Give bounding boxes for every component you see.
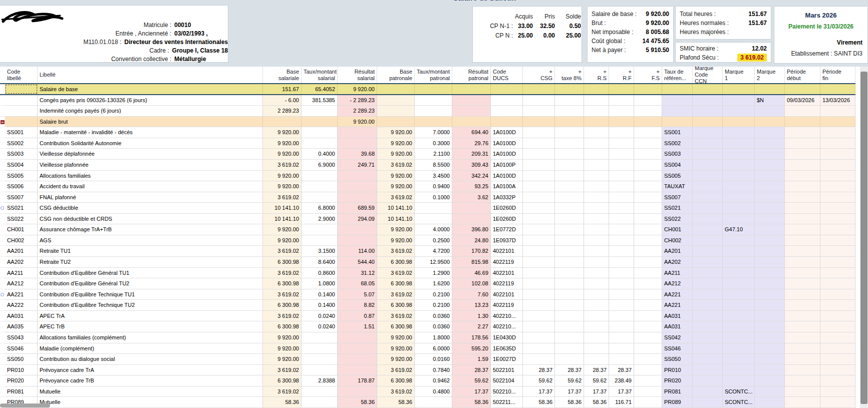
cell-marque_ccn[interactable] (693, 397, 723, 408)
cell-csg[interactable] (523, 343, 555, 354)
cell-csg[interactable] (523, 332, 555, 343)
cell-ducs[interactable]: 1E0772D (491, 224, 523, 235)
cell-res_sal[interactable]: 5.07 (338, 289, 377, 300)
cell-csg[interactable] (523, 300, 555, 311)
cell-taxe8[interactable] (555, 354, 584, 365)
table-row[interactable]: AA212Contribution d'Equilibre Général TU… (0, 278, 855, 289)
cell-csg[interactable]: 17.37 (523, 386, 555, 397)
cell-marque_ccn[interactable] (693, 149, 723, 160)
cell-taux_ref[interactable]: SS004 (662, 160, 693, 171)
cell-csg[interactable]: 28.37 (523, 365, 555, 376)
table-row[interactable]: SS001Maladie - maternité - invalidité - … (0, 127, 855, 138)
cell-taux_sal[interactable]: 3.1500 (302, 246, 338, 257)
cell-taux_ref[interactable]: SS050 (662, 354, 693, 365)
cell-csg[interactable] (523, 181, 555, 192)
cell-csg[interactable] (523, 354, 555, 365)
cell-fs[interactable] (634, 386, 662, 397)
cell-marque2[interactable] (755, 127, 785, 138)
cell-taxe8[interactable] (555, 235, 584, 246)
cell-base_sal[interactable]: 3 619.02 (263, 311, 302, 322)
cell-taux_sal[interactable]: 0.0240 (302, 321, 338, 332)
cell-rs[interactable] (584, 203, 609, 214)
cell-ducs[interactable]: 5022101 (491, 365, 523, 376)
cell-res_sal[interactable]: 544.40 (338, 257, 377, 268)
cell-taux_ref[interactable]: PR089 (662, 397, 693, 408)
column-header-csg[interactable]: +CSG (523, 67, 555, 83)
table-row[interactable]: CH001Assurance chômage TrA+TrB9 920.009 … (0, 224, 855, 235)
cell-res_sal[interactable] (338, 354, 377, 365)
cell-code[interactable]: AA031 (5, 311, 38, 322)
cell-marque_ccn[interactable] (693, 300, 723, 311)
cell-marque2[interactable] (755, 84, 785, 94)
horizontal-scrollbar-thumb[interactable] (0, 403, 50, 407)
table-row[interactable]: AA035APEC TrB6 300.980.02401.516 300.980… (0, 321, 855, 332)
cell-per_fin[interactable] (820, 321, 855, 332)
cell-taux_pat[interactable]: 0.0160 (415, 354, 452, 365)
cell-per_debut[interactable] (785, 192, 820, 203)
cell-rf[interactable] (609, 106, 634, 117)
cell-taxe8[interactable] (555, 106, 584, 117)
cell-per_fin[interactable] (820, 192, 855, 203)
cell-rf[interactable] (609, 246, 634, 257)
cell-taux_sal[interactable] (302, 171, 338, 182)
cell-rs[interactable]: 59.62 (584, 375, 609, 386)
cell-fs[interactable] (634, 235, 662, 246)
cell-ducs[interactable] (491, 106, 523, 117)
cell-fs[interactable] (634, 127, 662, 138)
cell-fs[interactable] (634, 224, 662, 235)
cell-rs[interactable] (584, 127, 609, 138)
cell-rf[interactable] (609, 171, 634, 182)
cell-taxe8[interactable]: 17.37 (555, 386, 584, 397)
cell-marque_ccn[interactable] (693, 203, 723, 214)
cell-fs[interactable] (634, 160, 662, 171)
cell-marque1[interactable] (723, 149, 755, 160)
cell-marque2[interactable] (755, 397, 785, 408)
cell-per_debut[interactable] (785, 117, 820, 128)
cell-taux_pat[interactable] (415, 106, 452, 117)
cell-taux_sal[interactable]: 6.8000 (302, 203, 338, 214)
cell-ducs[interactable]: 4022101 (491, 246, 523, 257)
cell-taux_ref[interactable]: PR020 (662, 375, 693, 386)
cell-taux_pat[interactable]: 1.6200 (415, 278, 452, 289)
cell-libelle[interactable]: Salaire brut (38, 117, 263, 128)
cell-taux_ref[interactable]: PR081 (662, 386, 693, 397)
cell-base_pat[interactable]: 9 920.00 (377, 138, 415, 149)
cell-marque2[interactable] (755, 106, 785, 117)
cell-base_sal[interactable]: 9 920.00 (263, 181, 302, 192)
cell-base_pat[interactable]: 9 920.00 (377, 127, 415, 138)
cell-taux_pat[interactable]: 0.2500 (415, 235, 452, 246)
cell-rf[interactable] (609, 311, 634, 322)
cell-rf[interactable]: 116.71 (609, 397, 634, 408)
cell-csg[interactable] (523, 138, 555, 149)
cell-ducs[interactable]: 502211... (491, 397, 523, 408)
cell-base_sal[interactable]: 3 619.02 (263, 192, 302, 203)
cell-taux_pat[interactable]: 4.0000 (415, 224, 452, 235)
cell-per_debut[interactable] (785, 365, 820, 376)
cell-ducs[interactable] (491, 117, 523, 128)
cell-libelle[interactable]: Contribution d'Equilibre Technique TU1 (38, 289, 263, 300)
cell-per_debut[interactable] (785, 181, 820, 192)
cell-taux_sal[interactable]: 0.0240 (302, 311, 338, 322)
vertical-scrollbar[interactable] (860, 67, 868, 408)
table-row[interactable]: SS002Contribution Solidarité Autonomie9 … (0, 138, 855, 149)
cell-fs[interactable] (634, 268, 662, 279)
cell-code[interactable]: SS007 (5, 192, 38, 203)
cell-taux_sal[interactable]: 381.5385 (302, 95, 338, 106)
cell-base_pat[interactable]: 9 920.00 (377, 149, 415, 160)
cell-rf[interactable] (609, 117, 634, 128)
cell-res_pat[interactable]: 102.08 (452, 278, 491, 289)
column-header-base_pat[interactable]: Basepatronale (377, 67, 415, 83)
cell-taux_sal[interactable]: 65.4052 (302, 84, 338, 94)
cell-per_fin[interactable] (820, 300, 855, 311)
cell-marque2[interactable] (755, 321, 785, 332)
cell-marque1[interactable] (723, 289, 755, 300)
cell-res_sal[interactable] (338, 365, 377, 376)
cell-csg[interactable] (523, 127, 555, 138)
cell-code[interactable]: SS002 (5, 138, 38, 149)
cell-per_fin[interactable] (820, 246, 855, 257)
cell-res_pat[interactable] (452, 84, 491, 94)
cell-rf[interactable] (609, 321, 634, 332)
cell-marque2[interactable] (755, 354, 785, 365)
cell-taux_sal[interactable]: 2.9000 (302, 214, 338, 225)
cell-base_pat[interactable]: 6 300.98 (377, 375, 415, 386)
